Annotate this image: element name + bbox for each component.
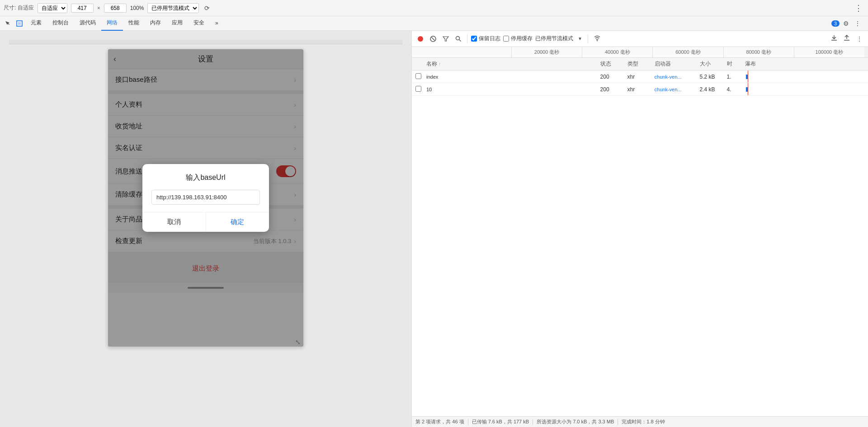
- status-transferred: 已传输 7.6 kB，共 177 kB: [472, 418, 529, 425]
- header-size-col[interactable]: 大小: [700, 60, 727, 68]
- ruler-bar: [9, 40, 402, 44]
- status-divider-2: [533, 419, 533, 425]
- row-time-index: 1.: [727, 74, 745, 80]
- disable-cache-text: 停用缓存: [511, 35, 533, 42]
- status-finish: 完成时间：1.8 分钟: [622, 418, 665, 425]
- row-waterfall-index: [745, 70, 861, 83]
- top-toolbar: 尺寸: 自适应 自适应 × 100% 已停用节流模式 ⟳ ⋮: [0, 0, 868, 16]
- clear-button[interactable]: [428, 35, 438, 43]
- header-time-col[interactable]: 时: [727, 60, 745, 68]
- header-name-col[interactable]: 名称 ↑: [425, 60, 600, 68]
- emulator-panel: ‹ 设置 接口base路径 › 个人资料: [0, 31, 411, 427]
- tab-application[interactable]: 应用: [166, 16, 188, 31]
- tab-security[interactable]: 安全: [188, 16, 210, 31]
- table-spacer: [412, 96, 868, 416]
- checkbox-10[interactable]: [415, 86, 421, 92]
- network-toolbar: 保留日志 停用缓存 已停用节流模式 ▼: [412, 31, 868, 47]
- throttle-select[interactable]: 已停用节流模式: [147, 3, 199, 13]
- cursor-icon-btn[interactable]: [2, 20, 14, 27]
- element-pick-btn[interactable]: [14, 20, 25, 27]
- tab-elements[interactable]: 元素: [25, 16, 47, 31]
- network-panel: 保留日志 停用缓存 已停用节流模式 ▼: [411, 31, 868, 427]
- row-type-index: xhr: [627, 74, 655, 80]
- width-input[interactable]: [71, 4, 94, 13]
- wifi-icon-btn[interactable]: [592, 33, 603, 44]
- header-status-col[interactable]: 状态: [600, 60, 627, 68]
- row-waterfall-10: [745, 83, 861, 95]
- status-divider-3: [618, 419, 618, 425]
- size-label: 尺寸: 自适应: [4, 4, 34, 12]
- waterfall-vline-10: [748, 83, 748, 95]
- tab-performance[interactable]: 性能: [123, 16, 145, 31]
- dialog-confirm-button[interactable]: 确定: [206, 212, 269, 232]
- preserve-log-checkbox[interactable]: [471, 36, 477, 42]
- preserve-log-label[interactable]: 保留日志: [471, 35, 500, 42]
- svg-point-2: [418, 36, 423, 42]
- dimension-separator: ×: [97, 5, 100, 11]
- record-button[interactable]: [415, 35, 425, 43]
- notifications-badge: 3: [831, 20, 840, 27]
- waterfall-bar-10: [746, 87, 748, 92]
- disable-cache-checkbox[interactable]: [503, 36, 509, 42]
- svg-marker-5: [443, 37, 448, 41]
- svg-line-4: [432, 37, 435, 40]
- status-requests: 第 2 项请求，共 46 项: [415, 418, 464, 425]
- network-table-header: 名称 ↑ 状态 类型 启动器 大小 时 瀑布: [412, 58, 868, 70]
- devtools-settings-btn[interactable]: ⚙: [841, 19, 851, 28]
- status-resources: 所选资源大小为 7.0 kB，共 3.3 MB: [537, 418, 614, 425]
- tab-memory[interactable]: 内存: [145, 16, 166, 31]
- header-name-text: 名称: [426, 61, 437, 67]
- network-status-bar: 第 2 项请求，共 46 项 已传输 7.6 kB，共 177 kB 所选资源大…: [412, 416, 868, 427]
- search-button[interactable]: [453, 35, 463, 43]
- ruler-tick-1: 20000 毫秒: [511, 47, 582, 57]
- tab-console[interactable]: 控制台: [47, 16, 74, 31]
- timeline-ruler: 20000 毫秒 40000 毫秒 60000 毫秒 80000 毫秒 1000…: [412, 47, 868, 58]
- toolbar-divider-2: [588, 34, 588, 43]
- dialog-input[interactable]: [151, 190, 260, 205]
- row-status-10: 200: [600, 86, 627, 93]
- dialog-cancel-button[interactable]: 取消: [142, 212, 206, 232]
- svg-point-6: [456, 36, 460, 40]
- header-type-col[interactable]: 类型: [627, 60, 655, 68]
- checkbox-index[interactable]: [415, 73, 421, 79]
- more-button[interactable]: ⋮: [853, 2, 864, 14]
- tab-network[interactable]: 网络: [101, 16, 123, 31]
- row-initiator-index: chunk-ven...: [655, 74, 700, 80]
- network-row-10[interactable]: 10 200 xhr chunk-ven... 2.4 kB 4.: [412, 83, 868, 96]
- disable-cache-label[interactable]: 停用缓存: [503, 35, 533, 42]
- device-frame: ‹ 设置 接口base路径 › 个人资料: [108, 49, 304, 347]
- ruler-tick-5: 100000 毫秒: [794, 47, 864, 57]
- waterfall-bar-index: [746, 75, 748, 79]
- throttle-dropdown-btn[interactable]: ▼: [576, 35, 584, 42]
- row-name-10: 10: [425, 87, 600, 92]
- dialog-overlay: 输入baseUrl 取消 确定: [108, 49, 303, 347]
- ruler-tick-3: 60000 毫秒: [652, 47, 723, 57]
- header-waterfall-col[interactable]: 瀑布: [745, 60, 861, 68]
- zoom-select[interactable]: 100%: [130, 5, 144, 11]
- size-select[interactable]: 自适应: [38, 3, 67, 13]
- rotate-button[interactable]: ⟳: [203, 4, 212, 13]
- header-initiator-col[interactable]: 启动器: [655, 60, 700, 68]
- export-button[interactable]: [842, 34, 852, 43]
- network-table: 名称 ↑ 状态 类型 启动器 大小 时 瀑布 index 200 xhr chu…: [412, 58, 868, 416]
- row-checkbox-index[interactable]: [415, 73, 425, 80]
- tab-sources[interactable]: 源代码: [74, 16, 101, 31]
- row-size-index: 5.2 kB: [700, 74, 727, 80]
- network-row-index[interactable]: index 200 xhr chunk-ven... 5.2 kB 1.: [412, 70, 868, 83]
- network-more-btn[interactable]: ⋮: [854, 34, 864, 43]
- ruler-tick-4: 80000 毫秒: [723, 47, 794, 57]
- import-button[interactable]: [829, 34, 839, 43]
- tab-more[interactable]: »: [210, 16, 224, 31]
- row-initiator-10: chunk-ven...: [655, 87, 700, 92]
- main-area: ‹ 设置 接口base路径 › 个人资料: [0, 31, 868, 427]
- row-checkbox-10[interactable]: [415, 86, 425, 93]
- row-status-index: 200: [600, 74, 627, 80]
- row-name-index: index: [425, 74, 600, 80]
- status-divider-1: [468, 419, 468, 425]
- devtools-more-btn[interactable]: ⋮: [853, 19, 863, 28]
- row-type-10: xhr: [627, 86, 655, 93]
- height-input[interactable]: [104, 4, 127, 13]
- toolbar-divider-1: [467, 34, 467, 43]
- dialog-box: 输入baseUrl 取消 确定: [142, 164, 269, 232]
- filter-button[interactable]: [441, 35, 451, 43]
